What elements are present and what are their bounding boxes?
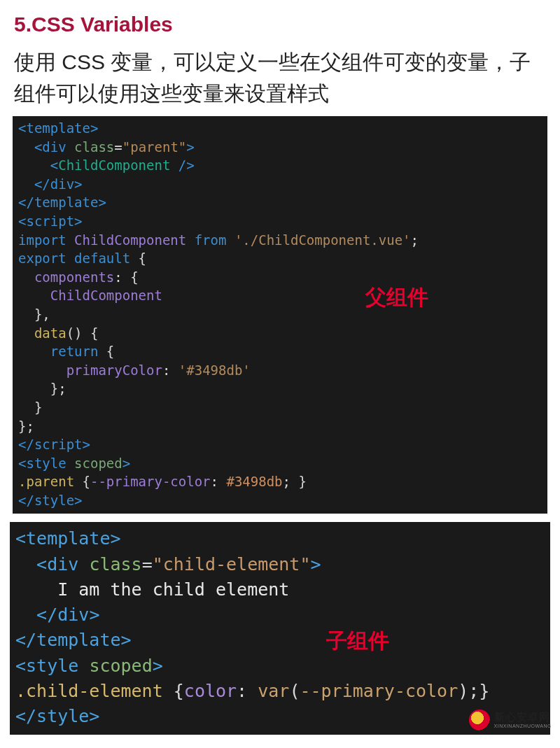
code-token: './ChildComponent.vue': [234, 232, 411, 248]
code-token: <: [18, 139, 42, 155]
code-token: );}: [458, 681, 489, 701]
code-token: var: [258, 681, 289, 701]
code-token: </: [15, 605, 57, 625]
code-token: --primary-color: [300, 681, 458, 701]
code-token: class: [74, 139, 114, 155]
code-line: };: [18, 381, 66, 396]
section-description: 使用 CSS 变量，可以定义一些在父组件可变的变量，子组件可以使用这些变量来设置…: [14, 46, 546, 109]
code-line: </template>: [15, 630, 132, 650]
code-token: >: [122, 456, 130, 471]
code-token: >: [310, 554, 321, 574]
code-token: "parent": [122, 139, 187, 155]
code-token: {: [83, 474, 90, 489]
code-token: default: [74, 250, 139, 266]
code-line: </script>: [18, 437, 90, 452]
code-token: div: [57, 605, 89, 625]
code-token: <: [18, 157, 58, 173]
code-token: --primary-color: [90, 474, 211, 489]
code-token: =: [142, 554, 153, 574]
code-token: :: [237, 681, 258, 701]
code-line: };: [18, 418, 34, 434]
code-line: I am the child element: [15, 579, 289, 600]
watermark-text-cn: 新心安卓网: [494, 712, 552, 722]
code-token: scoped: [74, 456, 122, 471]
code-token: class: [89, 554, 141, 574]
code-token: >: [186, 139, 194, 155]
watermark: 新心安卓网 XINXINANZHUOWANG: [469, 710, 552, 731]
code-token: </: [18, 176, 50, 192]
code-token: .parent: [18, 474, 83, 489]
code-line: ChildComponent: [18, 288, 162, 303]
parent-component-label: 父组件: [365, 283, 428, 312]
code-token: '#3498db': [178, 362, 251, 378]
code-token: div: [50, 176, 74, 192]
watermark-logo-icon: [469, 710, 490, 731]
code-token: : {: [114, 269, 138, 285]
code-token: [18, 362, 66, 378]
child-component-label: 子组件: [326, 626, 389, 656]
code-token: (: [289, 681, 300, 701]
code-block-parent: <template> <div class="parent"> <ChildCo…: [13, 116, 547, 514]
code-token: export: [18, 250, 74, 266]
code-line: </template>: [18, 195, 106, 210]
code-token: ; }: [283, 474, 307, 489]
code-token: =: [114, 139, 122, 155]
code-token: div: [47, 554, 89, 574]
code-token: {: [174, 681, 184, 701]
code-token: ChildComponent: [74, 232, 195, 248]
code-token: />: [178, 157, 195, 173]
code-token: #3498db: [226, 474, 282, 489]
code-block-child: <template> <div class="child-element"> I…: [10, 522, 550, 735]
code-token: {: [106, 344, 114, 359]
code-line: </style>: [15, 706, 99, 726]
code-line: <template>: [15, 528, 121, 549]
code-line: </style>: [18, 493, 83, 508]
code-token: data: [34, 325, 66, 341]
code-token: div: [42, 139, 74, 155]
section-heading: 5.CSS Variables: [14, 13, 550, 36]
code-token: ;: [411, 232, 419, 248]
code-token: .child-element: [15, 681, 174, 701]
code-token: {: [139, 250, 146, 266]
code-token: style: [26, 656, 89, 676]
watermark-text-en: XINXINANZHUOWANG: [494, 724, 552, 728]
code-token: from: [195, 232, 234, 248]
code-token: :: [162, 362, 178, 378]
code-token: >: [89, 605, 99, 625]
code-token: ChildComponent: [58, 157, 178, 173]
code-token: >: [74, 176, 82, 192]
code-line: <template>: [18, 120, 98, 136]
code-token: scoped: [89, 656, 152, 676]
code-token: <: [18, 456, 26, 471]
code-token: "child-element": [153, 554, 311, 574]
code-token: import: [18, 232, 74, 248]
code-token: >: [153, 656, 163, 676]
code-token: :: [211, 474, 227, 489]
code-token: color: [184, 681, 237, 701]
code-token: () {: [66, 325, 99, 341]
code-token: [18, 344, 50, 359]
code-token: style: [26, 456, 74, 471]
code-token: <: [15, 656, 26, 676]
code-token: components: [18, 269, 114, 285]
code-line: <script>: [18, 213, 83, 229]
code-line: }: [18, 400, 42, 415]
code-token: return: [50, 344, 106, 359]
code-token: <: [15, 554, 47, 574]
code-line: },: [18, 306, 50, 322]
code-token: primaryColor: [66, 362, 162, 378]
code-token: [18, 325, 34, 341]
